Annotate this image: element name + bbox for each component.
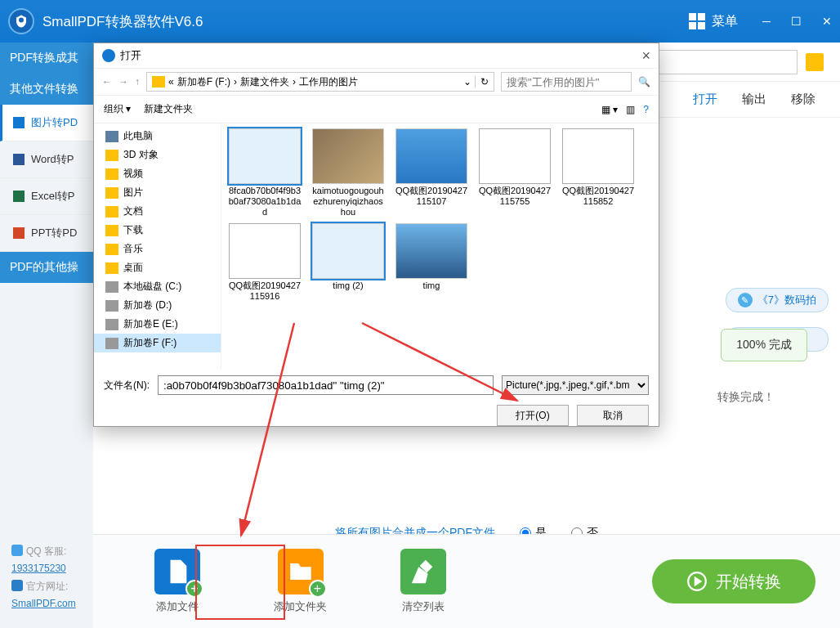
- file-name: QQ截图20190427115755: [476, 186, 553, 207]
- dialog-icon: [102, 49, 115, 62]
- grid-icon: [689, 13, 705, 29]
- tab-output[interactable]: 输出: [742, 92, 766, 107]
- file-open-dialog: 打开 × ← → ↑ « 新加卷F (F:) › 新建文件夹 › 工作用的图片 …: [93, 43, 659, 427]
- dialog-footer: 文件名(N): Picture(*.jpg,*.jpeg,*.gif,*.bm: [94, 369, 659, 401]
- file-thumbnail: [229, 223, 301, 279]
- tree-item[interactable]: 桌面: [94, 258, 221, 277]
- tree-item[interactable]: 文档: [94, 202, 221, 221]
- menu-button[interactable]: 菜单: [689, 13, 738, 30]
- maximize-button[interactable]: ☐: [791, 15, 802, 28]
- tree-item[interactable]: 视频: [94, 164, 221, 183]
- clear-list-button[interactable]: 清空列表: [400, 549, 446, 614]
- tab-remove[interactable]: 移除: [791, 92, 815, 107]
- ppt-icon: [13, 227, 25, 239]
- sidebar: PDF转换成其 其他文件转换 图片转PD Word转P Excel转P PPT转…: [0, 43, 93, 628]
- file-tile[interactable]: QQ截图20190427115916: [226, 223, 303, 302]
- sidebar-item-ppt2pdf[interactable]: PPT转PD: [0, 215, 93, 252]
- minimize-button[interactable]: ─: [762, 15, 771, 28]
- close-button[interactable]: ✕: [822, 15, 832, 28]
- folder-icon: [105, 225, 118, 236]
- new-folder-button[interactable]: 新建文件夹: [144, 102, 193, 116]
- file-tile[interactable]: 8fca0b70b0f4f9b3b0af73080a1b1dad: [226, 128, 303, 218]
- globe-icon: [11, 580, 23, 591]
- preview-pane-button[interactable]: ▥: [626, 104, 635, 115]
- window-controls: ─ ☐ ✕: [762, 15, 832, 28]
- browse-folder-button[interactable]: [806, 53, 824, 71]
- file-name: timg (2): [331, 280, 364, 291]
- help-button[interactable]: ?: [643, 104, 649, 115]
- dialog-cancel-button[interactable]: 取消: [577, 405, 649, 426]
- refresh-button[interactable]: ↻: [475, 76, 489, 87]
- nav-back-button[interactable]: ←: [102, 76, 112, 87]
- progress-popup: 100% 完成: [721, 329, 807, 361]
- nav-forward-button[interactable]: →: [118, 76, 128, 87]
- tree-item[interactable]: 音乐: [94, 240, 221, 258]
- titlebar: SmallPDF转换器软件V6.6 菜单 ─ ☐ ✕: [0, 0, 840, 43]
- add-file-button[interactable]: + 添加文件: [154, 549, 200, 614]
- tree-item[interactable]: 新加卷F (F:): [94, 334, 221, 352]
- view-mode-button[interactable]: ▦ ▾: [601, 104, 618, 115]
- dialog-open-button[interactable]: 打开(O): [497, 405, 569, 426]
- file-filter-select[interactable]: Picture(*.jpg,*.jpeg,*.gif,*.bm: [502, 375, 649, 395]
- tree-item[interactable]: 3D 对象: [94, 146, 221, 164]
- dialog-close-button[interactable]: ×: [641, 47, 650, 65]
- tree-item[interactable]: 下载: [94, 221, 221, 240]
- breadcrumb[interactable]: « 新加卷F (F:) › 新建文件夹 › 工作用的图片 ⌄ ↻: [146, 72, 494, 92]
- folder-icon: [105, 300, 118, 312]
- file-tile[interactable]: timg: [393, 223, 470, 302]
- nav-up-button[interactable]: ↑: [135, 76, 140, 87]
- dialog-navbar: ← → ↑ « 新加卷F (F:) › 新建文件夹 › 工作用的图片 ⌄ ↻ 🔍: [94, 68, 659, 96]
- file-name: timg: [422, 280, 442, 291]
- qq-icon: [11, 545, 23, 556]
- file-name: QQ截图20190427115852: [560, 186, 637, 207]
- sidebar-item-excel2pdf[interactable]: Excel转P: [0, 178, 93, 215]
- app-logo: [8, 8, 34, 34]
- dialog-search-input[interactable]: [501, 72, 632, 92]
- tree-item[interactable]: 本地磁盘 (C:): [94, 277, 221, 296]
- file-name: QQ截图20190427115107: [393, 186, 470, 207]
- folder-tree[interactable]: 此电脑3D 对象视频图片文档下载音乐桌面本地磁盘 (C:)新加卷 (D:)新加卷…: [94, 123, 221, 369]
- folder-icon: [105, 244, 118, 255]
- app-title: SmallPDF转换器软件V6.6: [42, 12, 689, 31]
- file-thumbnail: [479, 128, 551, 184]
- image-icon: [13, 117, 25, 128]
- file-thumbnail: [229, 128, 301, 184]
- file-name: kaimotuogougouhezhurenyiqizhaoshou: [310, 186, 386, 218]
- file-badge-1[interactable]: ✎《7》数码拍: [726, 288, 829, 312]
- action-row: + 添加文件 + 添加文件夹 清空列表 开始转换: [93, 534, 840, 628]
- file-thumbnail: [562, 128, 634, 184]
- site-link[interactable]: SmallPDF.com: [11, 598, 76, 609]
- start-convert-button[interactable]: 开始转换: [652, 559, 815, 603]
- sidebar-item-img2pdf[interactable]: 图片转PD: [0, 105, 93, 141]
- add-folder-button[interactable]: + 添加文件夹: [274, 549, 327, 614]
- file-tile[interactable]: timg (2): [310, 223, 386, 302]
- sidebar-group-3[interactable]: PDF的其他操: [0, 252, 93, 283]
- sidebar-item-word2pdf[interactable]: Word转P: [0, 141, 93, 178]
- qq-link[interactable]: 1933175230: [11, 563, 66, 574]
- tree-item[interactable]: 新加卷E (E:): [94, 315, 221, 334]
- tab-open[interactable]: 打开: [693, 92, 717, 107]
- play-icon: [686, 571, 708, 592]
- file-thumbnail: [395, 223, 467, 279]
- folder-icon: [105, 338, 118, 349]
- tree-item[interactable]: 新加卷 (D:): [94, 296, 221, 315]
- file-thumbnail: [395, 128, 467, 184]
- file-name: QQ截图20190427115916: [226, 280, 303, 302]
- tree-item[interactable]: 图片: [94, 183, 221, 202]
- folder-icon: [105, 131, 118, 142]
- sidebar-group-2[interactable]: 其他文件转换: [0, 74, 93, 105]
- status-text: 转换完成！: [717, 390, 775, 405]
- folder-icon: [105, 187, 118, 199]
- file-tile[interactable]: QQ截图20190427115755: [476, 128, 553, 218]
- filename-input[interactable]: [158, 375, 494, 395]
- file-grid[interactable]: 8fca0b70b0f4f9b3b0af73080a1b1dadkaimotuo…: [221, 123, 659, 369]
- plus-icon: +: [309, 580, 327, 598]
- file-tile[interactable]: QQ截图20190427115107: [393, 128, 470, 218]
- organize-menu[interactable]: 组织 ▾: [104, 102, 131, 116]
- folder-icon: +: [278, 549, 324, 594]
- sidebar-group-1[interactable]: PDF转换成其: [0, 43, 93, 74]
- file-tile[interactable]: QQ截图20190427115852: [560, 128, 637, 218]
- tree-item[interactable]: 此电脑: [94, 127, 221, 146]
- file-tile[interactable]: kaimotuogougouhezhurenyiqizhaoshou: [310, 128, 386, 218]
- search-icon[interactable]: 🔍: [638, 76, 650, 87]
